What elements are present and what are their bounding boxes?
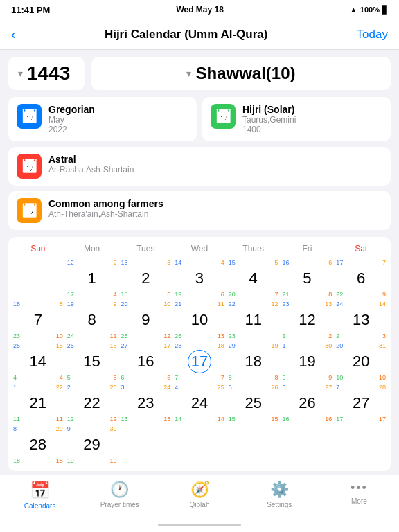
nav-bar: ‹ Hijri Calendar (Umm Al-Qura) Today: [0, 19, 399, 50]
main-date-2-4: 18: [242, 350, 265, 373]
calendar-week-3: 1222111112232212123242313134252414145262…: [11, 382, 388, 424]
calendar-body: 1221174133218514431961554207166521817762…: [11, 258, 388, 466]
main-date-2-3: 17: [188, 350, 211, 373]
cal-cell-2-6[interactable]: 2031201010: [334, 341, 388, 382]
month-chevron-icon: ▾: [186, 68, 191, 79]
hijri-solar-card[interactable]: 📅 Hijri (Solar) Taurus,Gemini 1400: [202, 97, 391, 141]
day-mon: Mon: [65, 242, 119, 255]
cal-cell-1-0[interactable]: 18872310: [11, 299, 65, 341]
tab-prayer-times[interactable]: 🕐 Prayer times: [80, 481, 159, 508]
main-date-2-5: 19: [295, 350, 319, 373]
calendar-week-2: 2515144426161555271716662818177729191888…: [11, 341, 388, 382]
year-chevron-icon: ▾: [18, 68, 23, 79]
cal-cell-1-2[interactable]: 201092512: [118, 299, 172, 341]
day-fri: Fri: [281, 242, 335, 255]
calendar-header: Sun Mon Tues Wed Thurs Fri Sat: [11, 242, 388, 255]
main-date-3-2: 23: [134, 391, 157, 415]
cal-cell-2-0[interactable]: 25151444: [11, 341, 65, 382]
selector-row: ▾ 1443 ▾ Shawwal(10): [8, 57, 391, 90]
cal-cell-2-5[interactable]: 1301999: [281, 341, 335, 382]
cal-cell-3-3[interactable]: 425241414: [172, 382, 227, 424]
day-tues: Tues: [118, 242, 172, 255]
cal-cell-0-5[interactable]: 1665218: [281, 258, 335, 299]
hijri-solar-text: Hijri (Solar) Taurus,Gemini 1400: [242, 104, 296, 134]
tab-qiblah[interactable]: 🧭 Qiblah: [159, 481, 239, 508]
hijri-solar-sub1: Taurus,Gemini: [242, 115, 296, 125]
main-date-1-0: 7: [26, 308, 50, 332]
calendar-grid: Sun Mon Tues Wed Thurs Fri Sat 122117413…: [8, 237, 391, 471]
nav-title: Hijri Calendar (Umm Al-Qura): [105, 28, 268, 42]
battery-text: 100%: [360, 6, 380, 14]
cal-cell-2-3[interactable]: 28181777: [172, 341, 227, 382]
cal-cell-3-5[interactable]: 627261616: [281, 382, 335, 424]
status-time: 11:41 PM: [11, 5, 50, 15]
calendars-icon: 📅: [30, 481, 51, 500]
wifi-icon: ▲: [350, 6, 357, 14]
main-date-3-3: 24: [188, 391, 211, 415]
cal-cell-1-3[interactable]: 2111102613: [172, 299, 227, 341]
year-selector[interactable]: ▾ 1443: [8, 57, 85, 90]
farmers-card[interactable]: 📅 Common among farmers Ath-Thera'ain,Ash…: [8, 191, 391, 230]
status-icons: ▲ 100% ▋: [350, 6, 388, 15]
astral-card[interactable]: 📅 Astral Ar-Rasha,Ash-Shartain: [8, 147, 391, 186]
hijri-solar-sub2: 1400: [242, 125, 296, 134]
cal-cell-1-1[interactable]: 19982411: [65, 299, 119, 341]
cal-cell-1-4[interactable]: 22121123: [227, 299, 281, 341]
main-date-0-6: 6: [349, 267, 373, 290]
cal-cell-2-1[interactable]: 26161555: [65, 341, 119, 382]
tab-settings[interactable]: ⚙️ Settings: [240, 481, 319, 508]
cal-cell-2-2[interactable]: 27171666: [118, 341, 172, 382]
astral-sub1: Ar-Rasha,Ash-Shartain: [48, 165, 134, 175]
tab-bar: 📅 Calendars 🕐 Prayer times 🧭 Qiblah ⚙️ S…: [0, 475, 399, 532]
cal-cell-0-2[interactable]: 1332185: [118, 258, 172, 299]
main-date-2-1: 15: [80, 350, 104, 373]
cal-cell-4-0[interactable]: 829281818: [11, 424, 65, 466]
cal-cell-3-6[interactable]: 728271717: [334, 382, 388, 424]
cal-cell-0-3[interactable]: 1443196: [172, 258, 227, 299]
main-date-0-3: 3: [188, 267, 211, 290]
astral-title: Astral: [48, 154, 134, 165]
cal-cell-3-0[interactable]: 122211111: [11, 382, 65, 424]
today-button[interactable]: Today: [357, 28, 388, 42]
calendar-week-0: 1221174133218514431961554207166521817762…: [11, 258, 388, 299]
cal-cell-0-6[interactable]: 1776229: [334, 258, 388, 299]
main-date-3-5: 26: [295, 391, 319, 415]
cal-cell-0-1[interactable]: 1221174: [65, 258, 119, 299]
astral-text: Astral Ar-Rasha,Ash-Shartain: [48, 154, 134, 175]
cal-cell-4-6: [334, 424, 388, 466]
hijri-solar-icon: 📅: [211, 104, 236, 129]
day-wed: Wed: [172, 242, 227, 255]
gregorian-icon: 📅: [17, 104, 42, 129]
chevron-left-icon: ‹: [11, 26, 16, 42]
cal-cell-4-4: [227, 424, 281, 466]
cal-cell-0-4[interactable]: 1554207: [227, 258, 281, 299]
day-sat: Sat: [334, 242, 388, 255]
cal-cell-3-4[interactable]: 526251515: [227, 382, 281, 424]
back-button[interactable]: ‹: [11, 26, 16, 42]
main-date-1-1: 8: [80, 308, 104, 332]
calendar-week-1: 1887231019982411201092512211110261322121…: [11, 299, 388, 341]
cal-cell-3-2[interactable]: 324231313: [118, 382, 172, 424]
info-cards: 📅 Gregorian May 2022 📅 Hijri (Solar) Tau…: [8, 97, 391, 230]
year-value: 1443: [27, 62, 70, 85]
cal-cell-3-1[interactable]: 223221212: [65, 382, 119, 424]
tab-calendars[interactable]: 📅 Calendars: [0, 481, 80, 510]
tab-more[interactable]: ••• More: [319, 481, 399, 505]
cal-cell-4-3: [172, 424, 227, 466]
main-date-1-6: 13: [349, 308, 373, 332]
main-date-3-1: 22: [80, 391, 104, 415]
main-date-0-2: 2: [134, 267, 157, 290]
cal-cell-1-6[interactable]: 24141323: [334, 299, 388, 341]
main-date-3-0: 21: [26, 391, 50, 415]
gregorian-card[interactable]: 📅 Gregorian May 2022: [8, 97, 197, 141]
gregorian-sub2: 2022: [48, 125, 95, 134]
month-selector[interactable]: ▾ Shawwal(10): [91, 57, 391, 90]
cal-cell-1-5[interactable]: 23131212: [281, 299, 335, 341]
main-content: ▾ 1443 ▾ Shawwal(10) 📅 Gregorian May 202…: [0, 50, 399, 475]
cal-cell-4-2: [118, 424, 172, 466]
farmers-sub1: Ath-Thera'ain,Ash-Shartain: [48, 209, 163, 219]
cal-cell-2-4[interactable]: 29191888: [227, 341, 281, 382]
cal-cell-4-1[interactable]: 930291919: [65, 424, 119, 466]
more-label: More: [351, 497, 367, 505]
gregorian-text: Gregorian May 2022: [48, 104, 95, 134]
